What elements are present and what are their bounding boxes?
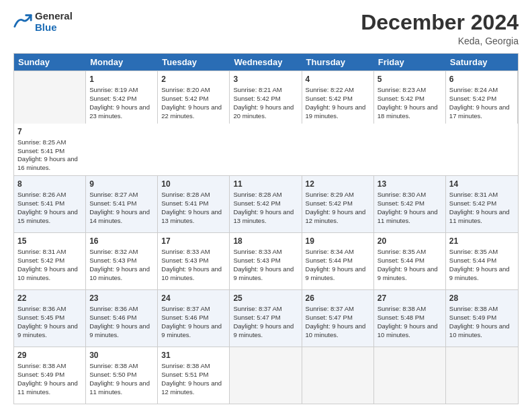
cal-cell: 20Sunrise: 8:35 AMSunset: 5:44 PMDayligh… xyxy=(374,233,446,289)
day-number: 10 xyxy=(161,179,226,189)
daylight-text: Daylight: 9 hours and 11 minutes. xyxy=(378,208,438,224)
sunrise-text: Sunrise: 8:38 AM xyxy=(449,305,498,312)
daylight-text: Daylight: 9 hours and 11 minutes. xyxy=(17,379,78,396)
day-number: 30 xyxy=(89,350,154,361)
sunrise-text: Sunrise: 8:22 AM xyxy=(306,86,354,93)
sunset-text: Sunset: 5:42 PM xyxy=(306,95,353,102)
sunrise-text: Sunrise: 8:38 AM xyxy=(17,362,66,369)
sunrise-text: Sunrise: 8:33 AM xyxy=(233,248,281,255)
sunrise-text: Sunrise: 8:37 AM xyxy=(306,305,354,312)
day-number: 27 xyxy=(378,293,442,304)
daylight-text: Daylight: 9 hours and 14 minutes. xyxy=(89,208,150,224)
daylight-text: Daylight: 9 hours and 10 minutes. xyxy=(17,265,78,281)
title-block: December 2024 Keda, Georgia xyxy=(361,11,519,46)
daylight-text: Daylight: 9 hours and 22 minutes. xyxy=(161,103,222,120)
sunset-text: Sunset: 5:42 PM xyxy=(17,257,64,264)
sunset-text: Sunset: 5:47 PM xyxy=(233,314,280,321)
cal-cell: 11Sunrise: 8:28 AMSunset: 5:42 PMDayligh… xyxy=(230,176,302,232)
day-number: 31 xyxy=(161,350,226,361)
sunset-text: Sunset: 5:42 PM xyxy=(449,95,496,102)
day-number: 24 xyxy=(161,293,226,304)
sunrise-text: Sunrise: 8:38 AM xyxy=(161,362,210,369)
cal-header-cell: Tuesday xyxy=(158,54,230,71)
day-number: 4 xyxy=(306,74,370,85)
cal-cell: 9Sunrise: 8:27 AMSunset: 5:41 PMDaylight… xyxy=(86,176,158,232)
sunset-text: Sunset: 5:47 PM xyxy=(306,314,353,321)
sunset-text: Sunset: 5:41 PM xyxy=(17,199,64,207)
sunset-text: Sunset: 5:42 PM xyxy=(378,199,425,207)
logo-icon xyxy=(13,13,32,32)
cal-header-cell: Monday xyxy=(86,54,158,71)
sunrise-text: Sunrise: 8:28 AM xyxy=(161,191,210,198)
daylight-text: Daylight: 9 hours and 10 minutes. xyxy=(449,322,510,338)
cal-cell: 19Sunrise: 8:34 AMSunset: 5:44 PMDayligh… xyxy=(302,233,374,289)
cal-cell: 1Sunrise: 8:19 AMSunset: 5:42 PMDaylight… xyxy=(86,71,158,123)
cal-cell: 22Sunrise: 8:36 AMSunset: 5:45 PMDayligh… xyxy=(14,290,86,347)
sunrise-text: Sunrise: 8:20 AM xyxy=(161,86,210,93)
cal-cell xyxy=(14,71,86,123)
daylight-text: Daylight: 9 hours and 9 minutes. xyxy=(233,322,294,338)
daylight-text: Daylight: 9 hours and 9 minutes. xyxy=(17,322,78,338)
sunset-text: Sunset: 5:42 PM xyxy=(233,95,280,102)
sunset-text: Sunset: 5:43 PM xyxy=(233,257,280,264)
sunset-text: Sunset: 5:42 PM xyxy=(89,95,136,102)
daylight-text: Daylight: 9 hours and 18 minutes. xyxy=(378,103,438,120)
daylight-text: Daylight: 9 hours and 10 minutes. xyxy=(378,322,438,338)
day-number: 26 xyxy=(306,293,370,304)
day-number: 19 xyxy=(306,236,370,246)
cal-header-cell: Thursday xyxy=(302,54,374,71)
cal-cell: 18Sunrise: 8:33 AMSunset: 5:43 PMDayligh… xyxy=(230,233,302,289)
sunset-text: Sunset: 5:46 PM xyxy=(161,314,208,321)
cal-cell: 23Sunrise: 8:36 AMSunset: 5:46 PMDayligh… xyxy=(86,290,158,347)
cal-cell: 4Sunrise: 8:22 AMSunset: 5:42 PMDaylight… xyxy=(302,71,374,123)
cal-cell: 29Sunrise: 8:38 AMSunset: 5:49 PMDayligh… xyxy=(14,347,86,404)
day-number: 22 xyxy=(17,293,82,304)
sunrise-text: Sunrise: 8:23 AM xyxy=(378,86,426,93)
header: General Blue December 2024 Keda, Georgia xyxy=(13,11,519,46)
daylight-text: Daylight: 9 hours and 12 minutes. xyxy=(306,208,366,224)
sunset-text: Sunset: 5:41 PM xyxy=(161,199,208,207)
day-number: 18 xyxy=(233,236,298,246)
day-number: 11 xyxy=(233,179,298,189)
daylight-text: Daylight: 9 hours and 23 minutes. xyxy=(89,103,150,120)
cal-cell: 30Sunrise: 8:38 AMSunset: 5:50 PMDayligh… xyxy=(86,347,158,404)
cal-cell: 14Sunrise: 8:31 AMSunset: 5:42 PMDayligh… xyxy=(446,176,518,232)
cal-cell: 6Sunrise: 8:24 AMSunset: 5:42 PMDaylight… xyxy=(446,71,518,123)
cal-row: 29Sunrise: 8:38 AMSunset: 5:49 PMDayligh… xyxy=(14,347,518,404)
day-number: 12 xyxy=(306,179,370,189)
cal-cell: 12Sunrise: 8:29 AMSunset: 5:42 PMDayligh… xyxy=(302,176,374,232)
cal-cell: 13Sunrise: 8:30 AMSunset: 5:42 PMDayligh… xyxy=(374,176,446,232)
cal-cell: 7Sunrise: 8:25 AMSunset: 5:41 PMDaylight… xyxy=(14,124,86,175)
cal-cell: 16Sunrise: 8:32 AMSunset: 5:43 PMDayligh… xyxy=(86,233,158,289)
sunset-text: Sunset: 5:42 PM xyxy=(378,95,425,102)
day-number: 2 xyxy=(161,74,226,85)
calendar-body: 1Sunrise: 8:19 AMSunset: 5:42 PMDaylight… xyxy=(14,71,518,404)
day-number: 23 xyxy=(89,293,154,304)
sunrise-text: Sunrise: 8:19 AM xyxy=(89,86,138,93)
daylight-text: Daylight: 9 hours and 16 minutes. xyxy=(17,155,78,171)
daylight-text: Daylight: 9 hours and 9 minutes. xyxy=(449,265,510,281)
calendar: SundayMondayTuesdayWednesdayThursdayFrid… xyxy=(13,53,519,404)
cal-cell: 31Sunrise: 8:38 AMSunset: 5:51 PMDayligh… xyxy=(158,347,230,404)
sunset-text: Sunset: 5:44 PM xyxy=(449,257,496,264)
subtitle: Keda, Georgia xyxy=(361,36,519,46)
daylight-text: Daylight: 9 hours and 11 minutes. xyxy=(449,208,510,224)
cal-cell: 25Sunrise: 8:37 AMSunset: 5:47 PMDayligh… xyxy=(230,290,302,347)
sunset-text: Sunset: 5:43 PM xyxy=(161,257,208,264)
sunrise-text: Sunrise: 8:34 AM xyxy=(306,248,354,255)
calendar-header-row: SundayMondayTuesdayWednesdayThursdayFrid… xyxy=(14,54,518,71)
cal-header-cell: Friday xyxy=(374,54,446,71)
cal-cell: 5Sunrise: 8:23 AMSunset: 5:42 PMDaylight… xyxy=(374,71,446,123)
sunrise-text: Sunrise: 8:24 AM xyxy=(449,86,498,93)
sunset-text: Sunset: 5:42 PM xyxy=(233,199,280,207)
sunset-text: Sunset: 5:48 PM xyxy=(378,314,425,321)
daylight-text: Daylight: 9 hours and 17 minutes. xyxy=(449,103,510,120)
day-number: 14 xyxy=(449,179,515,189)
sunrise-text: Sunrise: 8:36 AM xyxy=(17,305,66,312)
sunset-text: Sunset: 5:44 PM xyxy=(306,257,353,264)
day-number: 6 xyxy=(449,74,514,85)
cal-cell: 27Sunrise: 8:38 AMSunset: 5:48 PMDayligh… xyxy=(374,290,446,347)
cal-header-cell: Wednesday xyxy=(230,54,302,71)
day-number: 3 xyxy=(233,74,298,85)
day-number: 20 xyxy=(378,236,442,246)
